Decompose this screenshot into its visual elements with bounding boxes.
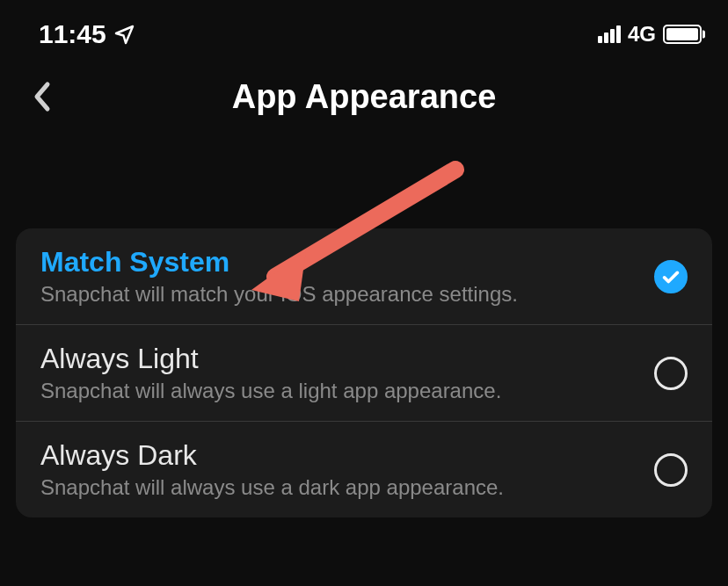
option-text: Always Dark Snapchat will always use a d… (40, 439, 654, 500)
battery-icon (663, 25, 702, 44)
option-subtitle: Snapchat will always use a light app app… (40, 379, 654, 403)
status-left: 11:45 (39, 19, 135, 49)
chevron-left-icon (33, 81, 52, 112)
checkmark-icon (661, 267, 681, 286)
option-always-dark[interactable]: Always Dark Snapchat will always use a d… (16, 422, 712, 517)
page-title: App Appearance (232, 78, 497, 116)
option-text: Match System Snapchat will match your iO… (40, 246, 654, 307)
radio-unselected[interactable] (654, 453, 688, 487)
option-title: Always Dark (40, 439, 654, 472)
option-always-light[interactable]: Always Light Snapchat will always use a … (16, 325, 712, 422)
cellular-signal-icon (598, 25, 621, 43)
network-label: 4G (628, 22, 656, 47)
nav-header: App Appearance (0, 61, 728, 132)
option-title: Match System (40, 246, 654, 279)
option-text: Always Light Snapchat will always use a … (40, 343, 654, 403)
back-button[interactable] (25, 79, 60, 114)
option-subtitle: Snapchat will always use a dark app appe… (40, 475, 654, 500)
status-bar: 11:45 4G (0, 0, 728, 61)
option-subtitle: Snapchat will match your iOS appearance … (40, 282, 654, 307)
radio-selected[interactable] (654, 260, 688, 293)
option-match-system[interactable]: Match System Snapchat will match your iO… (16, 228, 712, 325)
option-title: Always Light (40, 343, 654, 375)
radio-unselected[interactable] (654, 357, 688, 390)
status-right: 4G (598, 22, 702, 47)
location-icon (113, 24, 135, 45)
appearance-options-list: Match System Snapchat will match your iO… (16, 228, 712, 517)
status-time: 11:45 (39, 19, 106, 49)
